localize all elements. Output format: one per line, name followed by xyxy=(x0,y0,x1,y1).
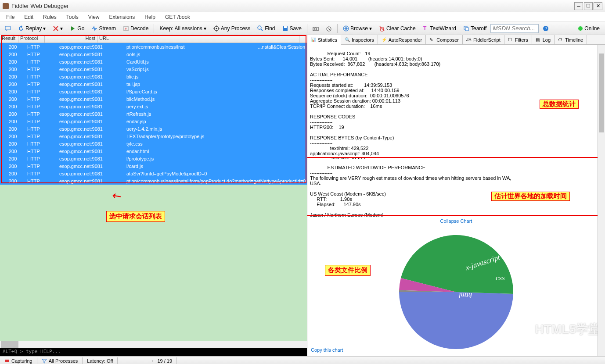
session-row[interactable]: 200HTTPesop.gmcc.net:9081endar.html xyxy=(0,147,307,155)
textwizard-icon: T xyxy=(423,25,429,32)
decode-icon: # xyxy=(123,25,129,32)
session-row[interactable]: 200HTTPesop.gmcc.net:9081l/card.js xyxy=(0,162,307,170)
clear-cache-button[interactable]: Clear Cache xyxy=(376,24,419,33)
v-scrollbar[interactable] xyxy=(598,45,605,356)
pie-slice-texthtml xyxy=(399,292,513,349)
menu-rules[interactable]: Rules xyxy=(39,13,61,21)
column-url[interactable]: URL xyxy=(97,35,299,43)
session-row[interactable]: 200HTTPesop.gmcc.net:9081I-EXT/adapter/p… xyxy=(0,132,307,140)
session-count: 19 / 19 xyxy=(153,357,177,364)
svg-text:#: # xyxy=(125,27,127,31)
tab-log[interactable]: ▤Log xyxy=(532,35,555,44)
remove-button[interactable]: ▾ xyxy=(50,24,66,33)
column-protocol[interactable]: Protocol xyxy=(18,35,45,43)
replay-button[interactable]: Replay ▾ xyxy=(15,24,49,33)
svg-point-5 xyxy=(258,26,261,29)
target-icon xyxy=(213,25,220,32)
latency-indicator[interactable]: Latency: Off xyxy=(83,357,118,364)
h-scrollbar[interactable] xyxy=(0,341,307,348)
browse-icon xyxy=(343,25,349,32)
tab-inspectors[interactable]: 🔍Inspectors xyxy=(341,35,378,44)
session-row[interactable]: 200HTTPesop.gmcc.net:9081blicMethod.js xyxy=(0,95,307,103)
msdn-search-input[interactable] xyxy=(490,24,539,33)
tab-fiddlerscript[interactable]: JSFiddlerScript xyxy=(463,35,504,44)
svg-rect-0 xyxy=(5,26,11,30)
statistics-output: Request Count: 19 Bytes Sent: 14,001 (he… xyxy=(307,45,605,159)
timer-button[interactable] xyxy=(323,24,335,33)
app-icon xyxy=(3,3,9,9)
autoresponder-icon: ⚡ xyxy=(382,37,387,43)
session-row[interactable]: 200HTTPesop.gmcc.net:9081vaScript.js xyxy=(0,65,307,73)
session-row[interactable]: 200HTTPesop.gmcc.net:9081CardUtil.js xyxy=(0,58,307,65)
collapse-chart-link[interactable]: Collapse Chart xyxy=(307,217,605,225)
tearoff-button[interactable]: Tearoff xyxy=(460,24,490,33)
session-row[interactable]: 200HTTPesop.gmcc.net:9081tyle.css xyxy=(0,140,307,147)
pie-label-css: css xyxy=(496,274,505,282)
inspectors-icon: 🔍 xyxy=(345,37,350,43)
session-row[interactable]: 200HTTPesop.gmcc.net:9081uery.ext.js xyxy=(0,103,307,110)
session-row[interactable]: 200HTTPesop.gmcc.net:9081tall.jsp xyxy=(0,80,307,88)
session-row[interactable]: 200HTTPesop.gmcc.net:9081ools.js xyxy=(0,50,307,58)
camera-button[interactable] xyxy=(310,24,322,33)
menu-edit[interactable]: Edit xyxy=(20,13,38,21)
estimated-output: ESTIMATED WORLDWIDE PERFORMANCE --------… xyxy=(307,159,605,217)
menu-help[interactable]: Help xyxy=(140,13,160,21)
decode-button[interactable]: #Decode xyxy=(120,24,151,33)
tab-filters[interactable]: ☐Filters xyxy=(504,35,532,44)
tab-timeline[interactable]: ⏱Timeline xyxy=(555,35,587,44)
keep-sessions-dropdown[interactable]: Keep: All sessions ▾ xyxy=(156,24,209,33)
find-button[interactable]: Find xyxy=(254,24,278,33)
go-button[interactable]: Go xyxy=(67,24,87,33)
timeline-icon: ⏱ xyxy=(558,37,563,43)
session-row[interactable]: 200HTTPesop.gmcc.net:9081ption/commonbus… xyxy=(0,43,307,50)
close-button[interactable]: ✕ xyxy=(594,2,602,10)
watermark: HTML5学堂 xyxy=(515,320,601,339)
textwizard-button[interactable]: TTextWizard xyxy=(420,24,459,33)
session-row[interactable]: 200HTTPesop.gmcc.net:9081l/prototype.js xyxy=(0,155,307,162)
session-row[interactable]: 200HTTPesop.gmcc.net:9081blic.js xyxy=(0,73,307,80)
filter-icon xyxy=(42,358,47,364)
annotation-sessions: 选中请求会话列表 xyxy=(106,211,165,222)
statistics-icon: 📊 xyxy=(311,37,316,43)
save-button[interactable]: Save xyxy=(279,24,305,33)
session-row[interactable]: 200HTTPesop.gmcc.net:9081rtRefresh.js xyxy=(0,110,307,118)
tab-autoresponder[interactable]: ⚡AutoResponder xyxy=(378,35,426,44)
annotation-stats: 总数据统计 xyxy=(540,100,579,109)
resume-icon xyxy=(70,25,76,32)
menu-extensions[interactable]: Extensions xyxy=(105,13,140,21)
stream-button[interactable]: Stream xyxy=(88,24,119,33)
maximize-button[interactable]: ☐ xyxy=(584,2,593,10)
svg-point-9 xyxy=(314,28,317,30)
menu-tools[interactable]: Tools xyxy=(62,13,83,21)
svg-point-4 xyxy=(216,28,217,29)
column-host[interactable]: Host xyxy=(45,35,97,43)
session-row[interactable]: 200HTTPesop.gmcc.net:9081uery-1.4.2.min.… xyxy=(0,125,307,132)
online-status: Online xyxy=(578,25,603,32)
tab-composer[interactable]: ✎Composer xyxy=(426,35,463,44)
sessions-list[interactable]: 200HTTPesop.gmcc.net:9081ption/commonbus… xyxy=(0,43,307,185)
minimize-button[interactable]: ─ xyxy=(574,2,583,10)
browse-button[interactable]: Browse ▾ xyxy=(340,24,375,33)
replay-icon xyxy=(18,25,24,32)
composer-icon: ✎ xyxy=(429,37,435,43)
quickexec-bar[interactable]: ALT+Q > type HELP... xyxy=(0,348,307,356)
tab-statistics[interactable]: 📊Statistics xyxy=(307,35,341,45)
details-panel: 📊Statistics🔍Inspectors⚡AutoResponder✎Com… xyxy=(307,35,605,356)
menu-view[interactable]: View xyxy=(84,13,104,21)
menu-getbook[interactable]: GET /book xyxy=(161,13,194,21)
session-row[interactable]: 200HTTPesop.gmcc.net:9081ption/commonbus… xyxy=(0,177,307,185)
column-result[interactable]: Result xyxy=(0,35,18,43)
filters-icon: ☐ xyxy=(508,37,513,43)
capturing-indicator[interactable]: Capturing xyxy=(0,357,37,364)
comment-button[interactable] xyxy=(2,24,14,33)
session-row[interactable]: 200HTTPesop.gmcc.net:9081l/SpareCard.js xyxy=(0,88,307,95)
copy-chart-link[interactable]: Copy this chart xyxy=(311,347,343,353)
session-row[interactable]: 200HTTPesop.gmcc.net:9081endar.jsp xyxy=(0,118,307,125)
any-process-button[interactable]: Any Process xyxy=(210,24,253,33)
menu-file[interactable]: File xyxy=(2,13,19,21)
session-row[interactable]: 200HTTPesop.gmcc.net:9081ataSvr?funId=ge… xyxy=(0,170,307,177)
camera-icon xyxy=(313,25,319,32)
pie-chart xyxy=(397,233,515,351)
processes-filter[interactable]: All Processes xyxy=(37,357,83,364)
help-button[interactable]: ? xyxy=(540,24,552,33)
